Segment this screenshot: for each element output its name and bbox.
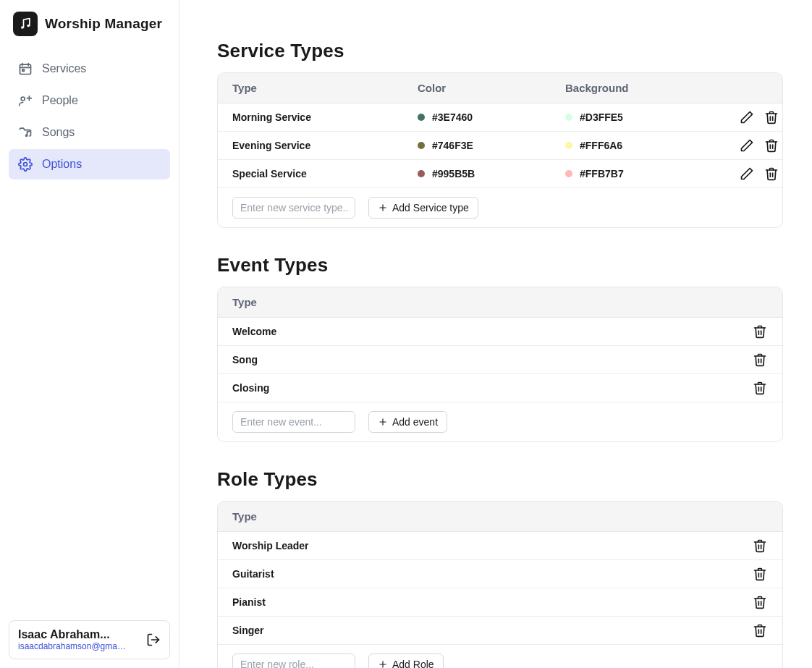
role-types-title: Role Types [217, 468, 783, 491]
service-types-footer: Add Service type [218, 187, 782, 227]
service-types-title: Service Types [217, 40, 783, 62]
header-color: Color [418, 82, 565, 94]
background-value: #D3FFE5 [580, 111, 623, 123]
nav-label: Songs [42, 126, 75, 139]
service-type-row: Evening Service#746F3E#FFF6A6 [218, 132, 782, 160]
header-type: Type [232, 82, 418, 94]
add-role-button[interactable]: Add Role [368, 654, 444, 668]
delete-button[interactable] [752, 594, 768, 610]
role-type-row: Guitarist [218, 560, 782, 588]
folder-music-icon [17, 124, 33, 140]
delete-button[interactable] [764, 109, 779, 125]
service-type-background: #FFF6A6 [565, 140, 739, 151]
edit-button[interactable] [739, 166, 755, 182]
delete-button[interactable] [752, 324, 768, 339]
delete-button[interactable] [752, 352, 768, 368]
delete-button[interactable] [764, 138, 779, 153]
service-types-panel: Type Color Background Morning Service#3E… [217, 72, 783, 228]
sidebar: Worship Manager Services People Songs [0, 0, 179, 668]
event-type-row: Welcome [218, 318, 782, 346]
role-types-panel: Type Worship LeaderGuitaristPianistSinge… [217, 501, 783, 668]
row-actions [739, 109, 779, 125]
color-value: #746F3E [432, 140, 473, 151]
role-type-row: Pianist [218, 588, 782, 617]
user-info: Isaac Abraham... isaacdabrahamson@gmail.… [18, 628, 127, 651]
calendar-icon [17, 61, 33, 77]
role-types-section: Role Types Type Worship LeaderGuitaristP… [217, 468, 783, 668]
service-type-name: Morning Service [232, 111, 418, 123]
row-actions [752, 324, 768, 339]
event-types-panel: Type WelcomeSongClosing Add event [217, 287, 783, 442]
user-email: isaacdabrahamson@gmail.... [18, 641, 127, 651]
add-event-label: Add event [392, 416, 438, 428]
delete-button[interactable] [752, 380, 768, 396]
nav: Services People Songs Options [9, 48, 170, 185]
row-actions [739, 138, 779, 153]
new-role-input[interactable] [232, 654, 355, 668]
event-types-footer: Add event [218, 402, 782, 441]
color-swatch [418, 142, 425, 149]
event-type-row: Song [218, 346, 782, 374]
delete-button[interactable] [752, 622, 768, 638]
color-value: #995B5B [432, 168, 475, 179]
event-type-name: Welcome [232, 326, 752, 337]
service-type-color: #995B5B [418, 168, 565, 179]
service-types-section: Service Types Type Color Background Morn… [217, 40, 783, 228]
role-type-row: Singer [218, 617, 782, 644]
delete-button[interactable] [752, 566, 768, 582]
user-name: Isaac Abraham... [18, 628, 127, 641]
svg-point-0 [21, 26, 24, 29]
nav-label: Services [42, 62, 86, 75]
color-value: #3E7460 [432, 111, 473, 123]
role-type-name: Singer [232, 625, 752, 636]
row-actions [752, 380, 768, 396]
background-swatch [565, 142, 572, 149]
service-type-background: #D3FFE5 [565, 111, 739, 123]
delete-button[interactable] [764, 166, 779, 182]
role-type-name: Guitarist [232, 568, 752, 580]
main: Service Types Type Color Background Morn… [179, 0, 812, 668]
service-type-name: Special Service [232, 168, 418, 179]
add-service-type-label: Add Service type [392, 202, 469, 213]
color-swatch [418, 170, 425, 177]
service-type-color: #3E7460 [418, 111, 565, 123]
sidebar-header: Worship Manager [9, 9, 170, 48]
event-type-name: Song [232, 354, 752, 365]
row-actions [752, 594, 768, 610]
svg-point-10 [26, 135, 28, 136]
background-swatch [565, 114, 572, 121]
nav-item-people[interactable]: People [9, 85, 170, 116]
edit-button[interactable] [739, 138, 755, 153]
nav-item-services[interactable]: Services [9, 54, 170, 84]
role-type-row: Worship Leader [218, 532, 782, 560]
logout-button[interactable] [146, 633, 161, 647]
people-icon [17, 93, 33, 109]
svg-point-11 [24, 163, 28, 166]
event-type-name: Closing [232, 382, 752, 394]
nav-item-songs[interactable]: Songs [9, 117, 170, 148]
new-service-type-input[interactable] [232, 197, 355, 219]
add-service-type-button[interactable]: Add Service type [368, 197, 478, 219]
service-type-name: Evening Service [232, 140, 418, 151]
add-event-button[interactable]: Add event [368, 411, 447, 433]
service-type-row: Special Service#995B5B#FFB7B7 [218, 160, 782, 187]
nav-item-options[interactable]: Options [9, 149, 170, 179]
edit-button[interactable] [739, 109, 755, 125]
svg-rect-6 [22, 69, 24, 72]
row-actions [752, 538, 768, 554]
background-value: #FFB7B7 [580, 168, 624, 179]
event-types-title: Event Types [217, 254, 783, 276]
background-swatch [565, 170, 572, 177]
header-type: Type [232, 510, 768, 523]
row-actions [752, 352, 768, 368]
row-actions [752, 622, 768, 638]
service-type-row: Morning Service#3E7460#D3FFE5 [218, 103, 782, 132]
delete-button[interactable] [752, 538, 768, 554]
row-actions [752, 566, 768, 582]
user-card: Isaac Abraham... isaacdabrahamson@gmail.… [9, 620, 170, 659]
header-type: Type [232, 296, 768, 308]
add-role-label: Add Role [392, 659, 434, 668]
svg-point-1 [27, 25, 30, 28]
event-types-header: Type [218, 287, 782, 318]
new-event-input[interactable] [232, 411, 355, 433]
